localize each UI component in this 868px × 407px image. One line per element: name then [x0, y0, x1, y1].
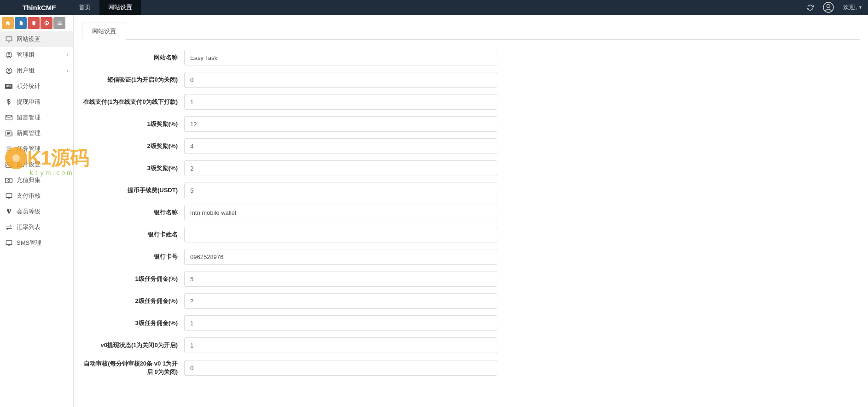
sidebar-item-messages[interactable]: 留言管理 [0, 110, 73, 125]
sidebar-item-images[interactable]: 图片设置 [0, 157, 73, 172]
monitor-icon [5, 239, 13, 247]
gear-icon[interactable] [41, 17, 52, 29]
form-row: 2级奖励(%) [82, 138, 860, 154]
form-row: 银行卡号 [82, 249, 860, 265]
nav-home[interactable]: 首页 [70, 0, 99, 15]
input-fee[interactable] [184, 183, 497, 198]
form-row: 3级任务佣金(%) [82, 315, 860, 331]
sidebar: 网站设置 管理组 › 用户组 › VISA 积分统计 提现申请 [0, 15, 74, 407]
news-icon [5, 129, 13, 137]
form-label-v0-withdraw: v0提现状态(1为关闭0为开启) [82, 341, 184, 349]
form-row: 在线支付(1为在线支付0为线下打款) [82, 94, 860, 110]
main-wrap: 网站设置 管理组 › 用户组 › VISA 积分统计 提现申请 [0, 15, 868, 407]
form-label-commission2: 2级任务佣金(%) [82, 297, 184, 305]
sidebar-item-member-level[interactable]: 会员等级 [0, 204, 73, 219]
form-row: v0提现状态(1为关闭0为开启) [82, 337, 860, 353]
chevron-right-icon: › [67, 52, 69, 58]
input-online-pay[interactable] [184, 94, 497, 110]
sidebar-item-label: 留言管理 [17, 113, 41, 122]
input-bank-name[interactable] [184, 205, 497, 220]
welcome-dropdown[interactable]: 欢迎, ▼ [843, 3, 862, 12]
avatar-icon[interactable] [823, 2, 834, 13]
input-bank-card[interactable] [184, 249, 497, 265]
sidebar-item-tasks[interactable]: 任务管理 › [0, 141, 73, 157]
svg-rect-20 [6, 240, 12, 244]
top-nav: 首页 网站设置 [70, 0, 141, 15]
form-row: 网站名称 [82, 50, 860, 65]
image-icon [5, 160, 13, 169]
svg-point-18 [8, 179, 10, 181]
input-bank-holder[interactable] [184, 227, 497, 242]
input-v0-withdraw[interactable] [184, 337, 497, 353]
svg-rect-17 [6, 178, 12, 182]
form-row: 1级任务佣金(%) [82, 271, 860, 287]
sidebar-item-site-settings[interactable]: 网站设置 [0, 31, 73, 47]
form-label-bank-card: 银行卡号 [82, 253, 184, 261]
mail-icon [5, 113, 13, 122]
sidebar-item-news[interactable]: 新闻管理 [0, 125, 73, 141]
input-commission1[interactable] [184, 271, 497, 287]
sidebar-item-admin-group[interactable]: 管理组 › [0, 47, 73, 63]
input-auto-audit[interactable] [184, 360, 497, 376]
list-icon[interactable] [53, 17, 65, 29]
input-reward2[interactable] [184, 138, 497, 154]
svg-rect-13 [6, 115, 12, 120]
sidebar-item-pay-audit[interactable]: 支付审核 [0, 188, 73, 204]
svg-point-10 [8, 69, 10, 71]
sidebar-item-label: 新闻管理 [17, 129, 41, 137]
svg-point-1 [827, 5, 830, 8]
top-header: ThinkCMF 首页 网站设置 欢迎, ▼ [0, 0, 868, 15]
form-label-online-pay: 在线支付(1为在线支付0为线下打款) [82, 98, 184, 106]
home-icon[interactable] [2, 17, 14, 29]
form-label-bank-name: 银行名称 [82, 208, 184, 217]
sidebar-item-points[interactable]: VISA 积分统计 [0, 78, 73, 94]
sidebar-item-withdraw[interactable]: 提现申请 [0, 94, 73, 110]
form-row: 自动审核(每分钟审核20条 v0 1为开启 0为关闭) [82, 360, 860, 376]
svg-rect-19 [6, 193, 12, 197]
sidebar-item-label: 提现申请 [17, 98, 41, 106]
svg-rect-3 [57, 21, 61, 22]
form-label-commission3: 3级任务佣金(%) [82, 319, 184, 327]
svg-point-8 [8, 53, 10, 55]
sidebar-item-label: 会员等级 [17, 207, 41, 216]
brand-title: ThinkCMF [0, 0, 70, 15]
sidebar-item-label: 用户组 [17, 66, 35, 75]
sidebar-item-rates[interactable]: 汇率列表 [0, 219, 73, 235]
form-row: 1级奖励(%) [82, 116, 860, 132]
trash-icon[interactable] [28, 17, 40, 29]
input-site-name[interactable] [184, 50, 497, 65]
sidebar-item-label: 支付审核 [17, 192, 41, 200]
monitor-icon [5, 35, 13, 43]
svg-point-2 [46, 22, 47, 24]
tab-site-settings[interactable]: 网站设置 [82, 23, 126, 40]
user-circle-icon [5, 51, 13, 59]
form-row: 2级任务佣金(%) [82, 293, 860, 309]
sidebar-item-sms[interactable]: SMS管理 [0, 235, 73, 251]
settings-form: 网站名称 短信验证(1为开启0为关闭) 在线支付(1为在线支付0为线下打款) 1… [82, 50, 860, 376]
side-menu: 网站设置 管理组 › 用户组 › VISA 积分统计 提现申请 [0, 31, 73, 407]
input-commission3[interactable] [184, 315, 497, 331]
svg-rect-4 [57, 23, 61, 23]
content-area: 网站设置 网站名称 短信验证(1为开启0为关闭) 在线支付(1为在线支付0为线下… [74, 15, 868, 407]
dollar-icon [5, 98, 13, 106]
refresh-icon[interactable] [807, 4, 814, 11]
form-label-fee: 提币手续费(USDT) [82, 186, 184, 195]
input-reward1[interactable] [184, 116, 497, 132]
form-label-sms: 短信验证(1为开启0为关闭) [82, 76, 184, 84]
svg-rect-6 [6, 36, 12, 41]
input-commission2[interactable] [184, 293, 497, 309]
sidebar-item-label: SMS管理 [17, 239, 41, 247]
vine-icon [5, 207, 13, 216]
sidebar-item-recharge[interactable]: 充值归集 [0, 172, 73, 188]
sidebar-item-user-group[interactable]: 用户组 › [0, 63, 73, 78]
monitor-icon [5, 192, 13, 200]
quick-toolbar [0, 15, 73, 31]
file-icon[interactable] [15, 17, 27, 29]
tab-bar: 网站设置 [82, 22, 860, 40]
sidebar-item-label: 图片设置 [17, 160, 41, 169]
svg-text:VISA: VISA [6, 85, 12, 88]
input-reward3[interactable] [184, 160, 497, 176]
form-label-bank-holder: 银行卡姓名 [82, 230, 184, 239]
nav-site-settings[interactable]: 网站设置 [99, 0, 141, 15]
input-sms[interactable] [184, 72, 497, 88]
